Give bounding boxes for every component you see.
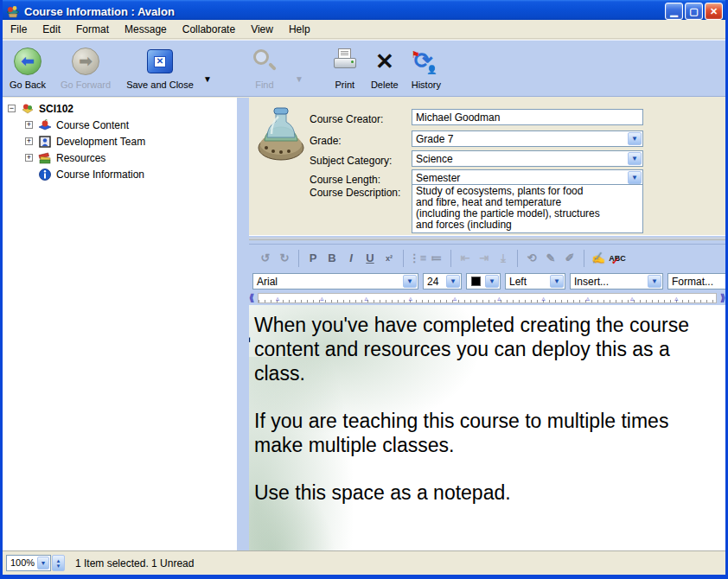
find-icon: [252, 48, 278, 74]
course-length-label: Course Length:: [310, 174, 380, 186]
menu-file[interactable]: File: [3, 21, 35, 38]
expand-icon[interactable]: +: [25, 121, 33, 129]
delete-button[interactable]: ✕ Delete: [366, 45, 404, 95]
bold-button[interactable]: B: [322, 250, 342, 267]
find-dropdown-arrow: ▼: [295, 74, 303, 84]
pencil-icon[interactable]: ✎: [541, 250, 560, 267]
insert-anchor-icon: ⤓: [494, 250, 513, 267]
history-button[interactable]: ⟳⚑👤 History: [404, 45, 449, 95]
chevron-down-icon[interactable]: ▼: [485, 275, 499, 288]
tree-node-course-content[interactable]: + Course Content: [25, 118, 237, 132]
chevron-down-icon[interactable]: ▼: [37, 557, 49, 569]
pane-splitter-horizontal[interactable]: [249, 235, 725, 245]
notepad-text-area[interactable]: ◄ When you've have completed creating th…: [249, 305, 725, 550]
maximize-button[interactable]: ▢: [685, 3, 703, 20]
tree-node-sci102[interactable]: − SCI102: [8, 101, 237, 116]
bullet-list-icon[interactable]: ≔: [427, 250, 446, 267]
paragraph-style-button[interactable]: P: [303, 250, 322, 267]
go-forward-button[interactable]: ➡ Go Forward: [53, 45, 118, 95]
tree-label: Course Information: [56, 169, 144, 181]
zoom-stepper[interactable]: ▲▼: [52, 555, 65, 571]
chevron-down-icon[interactable]: ▼: [628, 152, 642, 165]
font-family-select[interactable]: Arial ▼: [252, 273, 418, 290]
save-and-close-button[interactable]: ✕ Save and Close: [118, 45, 201, 95]
alignment-select[interactable]: Left ▼: [505, 273, 565, 290]
tree-label: Development Team: [56, 136, 145, 148]
color-swatch: [471, 277, 481, 286]
spell-check-button[interactable]: ABC ✓: [608, 250, 627, 267]
editor-format-toolbar: ↺ ↻ P B I U x² ⋮≡ ≔ ⇤ ⇥ ⤓ ⟲ ✎ ✐ ✍ ABC ✓: [249, 245, 725, 271]
tree-node-resources[interactable]: + Resources: [25, 150, 237, 165]
grade-label: Grade:: [310, 135, 342, 147]
subject-category-select[interactable]: Science ▼: [412, 150, 643, 167]
superscript-button[interactable]: x²: [380, 250, 399, 267]
refresh-icon[interactable]: ⟲: [522, 250, 541, 267]
subject-category-label: Subject Category:: [310, 155, 392, 167]
collapse-icon[interactable]: −: [8, 105, 16, 112]
chevron-down-icon[interactable]: ▼: [628, 132, 642, 145]
pane-splitter-vertical[interactable]: [237, 98, 249, 550]
save-dropdown-arrow[interactable]: ▼: [203, 74, 212, 84]
undo-icon[interactable]: ↺: [256, 250, 275, 267]
format-select[interactable]: Format...: [667, 273, 728, 290]
editor-font-toolbar: Arial ▼ 24 ▼ ▼ Left ▼ Insert... ▼ Format…: [249, 271, 725, 292]
ruler-right-marker[interactable]: ⟫: [720, 292, 725, 303]
redo-icon[interactable]: ↻: [275, 250, 294, 267]
course-information-icon: [38, 168, 52, 181]
ruler-left-marker[interactable]: ⟪: [249, 292, 254, 303]
paragraph-marker-icon: ◄: [249, 328, 252, 352]
course-icon: [21, 102, 35, 116]
brush-icon[interactable]: ✐: [560, 250, 579, 267]
flask-icon: [256, 103, 306, 162]
history-icon: ⟳⚑👤: [412, 48, 440, 75]
numbered-list-icon[interactable]: ⋮≡: [408, 250, 427, 267]
menu-collaborate[interactable]: Collaborate: [175, 21, 243, 38]
find-button[interactable]: Find: [236, 45, 293, 95]
italic-button[interactable]: I: [342, 250, 361, 267]
chevron-down-icon[interactable]: ▼: [403, 275, 417, 288]
menu-message[interactable]: Message: [117, 21, 175, 38]
chevron-down-icon[interactable]: ▼: [648, 275, 661, 288]
chevron-down-icon[interactable]: ▼: [446, 275, 460, 288]
status-message: 1 Item selected. 1 Unread: [75, 557, 194, 569]
status-bar: 100% ▼ ▲▼ 1 Item selected. 1 Unread: [3, 550, 725, 575]
development-team-icon: [38, 135, 52, 149]
tree-node-development-team[interactable]: + Development Team: [25, 134, 237, 149]
zoom-select[interactable]: 100% ▼: [6, 555, 51, 571]
course-content-icon: [38, 118, 52, 132]
ruler: ⟪ ⟫: [249, 292, 725, 305]
insert-select[interactable]: Insert... ▼: [570, 273, 663, 290]
chevron-down-icon[interactable]: ▼: [550, 275, 564, 288]
window-title: Course Information : Avalon: [24, 5, 665, 18]
menu-format[interactable]: Format: [68, 21, 117, 38]
minimize-button[interactable]: ▁: [665, 3, 683, 20]
description-label: Course Description:: [310, 187, 400, 199]
tree-label: Resources: [56, 152, 105, 164]
menu-view[interactable]: View: [243, 21, 281, 38]
course-description-textarea[interactable]: Study of ecosystems, plants for food and…: [412, 184, 643, 233]
course-creator-input[interactable]: Michael Goodman: [412, 109, 643, 125]
application-window: Course Information : Avalon ▁ ▢ ✕ File E…: [0, 0, 728, 579]
outdent-icon: ⇤: [456, 250, 475, 267]
paragraph: If you are teaching this course to multi…: [254, 409, 722, 457]
menu-edit[interactable]: Edit: [35, 21, 68, 38]
chevron-down-icon[interactable]: ▼: [628, 171, 642, 184]
indent-icon: ⇥: [475, 250, 494, 267]
menu-help[interactable]: Help: [281, 21, 318, 38]
signature-icon[interactable]: ✍: [589, 250, 608, 267]
close-button[interactable]: ✕: [705, 3, 723, 20]
tree-label: SCI102: [39, 103, 73, 115]
font-color-select[interactable]: ▼: [466, 273, 501, 290]
tree-node-course-information[interactable]: + Course Information: [25, 167, 237, 181]
go-back-button[interactable]: ⬅ Go Back: [3, 45, 53, 95]
underline-button[interactable]: U: [361, 250, 380, 267]
expand-icon[interactable]: +: [25, 154, 33, 162]
print-button[interactable]: Print: [324, 45, 366, 95]
main-toolbar: ⬅ Go Back ➡ Go Forward ✕ Save and Close …: [3, 40, 725, 97]
resources-icon: [38, 151, 52, 165]
expand-icon[interactable]: +: [25, 137, 33, 145]
font-size-select[interactable]: 24 ▼: [423, 273, 462, 290]
paragraph: When you've have completed creating the …: [254, 313, 722, 385]
grade-select[interactable]: Grade 7 ▼: [412, 130, 643, 147]
go-back-icon: ⬅: [14, 48, 42, 75]
